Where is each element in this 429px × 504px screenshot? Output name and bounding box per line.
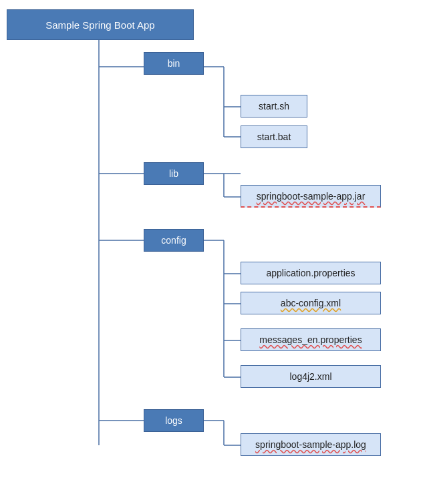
folder-lib-label: lib <box>169 168 178 179</box>
file-start-sh[interactable]: start.sh <box>241 95 307 117</box>
folder-lib[interactable]: lib <box>144 162 204 185</box>
file-messages-en-properties-label: messages_en.properties <box>259 334 362 345</box>
folder-logs-label: logs <box>165 415 182 426</box>
connectors-svg <box>0 0 429 504</box>
file-abc-config-xml[interactable]: abc-config.xml <box>241 292 381 314</box>
folder-config[interactable]: config <box>144 229 204 252</box>
file-abc-config-xml-label: abc-config.xml <box>281 298 341 308</box>
folder-bin[interactable]: bin <box>144 52 204 75</box>
file-messages-en-properties[interactable]: messages_en.properties <box>241 328 381 351</box>
root-label: Sample Spring Boot App <box>45 19 154 31</box>
file-springboot-log-label: springboot-sample-app.log <box>255 439 366 450</box>
file-log4j2-xml[interactable]: log4j2.xml <box>241 365 381 388</box>
folder-logs[interactable]: logs <box>144 409 204 432</box>
file-springboot-jar[interactable]: springboot-sample-app.jar <box>241 185 381 208</box>
file-springboot-jar-label: springboot-sample-app.jar <box>257 191 366 202</box>
file-springboot-log[interactable]: springboot-sample-app.log <box>241 433 381 456</box>
file-log4j2-xml-label: log4j2.xml <box>289 371 331 382</box>
folder-config-label: config <box>161 235 186 246</box>
root-node: Sample Spring Boot App <box>7 9 194 40</box>
diagram: Sample Spring Boot App bin start.sh star… <box>0 0 429 504</box>
file-start-bat[interactable]: start.bat <box>241 125 307 148</box>
file-start-bat-label: start.bat <box>257 132 291 142</box>
folder-bin-label: bin <box>168 58 180 69</box>
file-application-properties[interactable]: application.properties <box>241 262 381 284</box>
file-application-properties-label: application.properties <box>266 268 355 278</box>
file-start-sh-label: start.sh <box>259 101 289 111</box>
